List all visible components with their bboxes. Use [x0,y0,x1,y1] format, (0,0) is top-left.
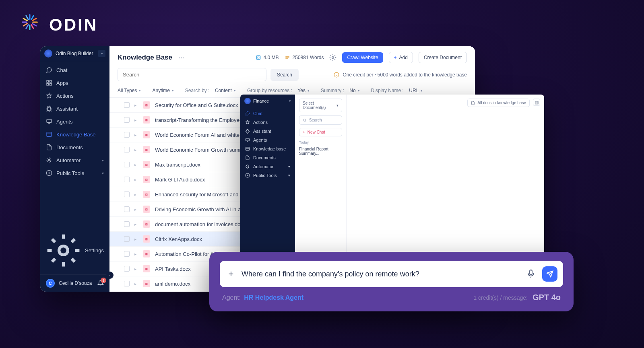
docx-icon: ⧈ [143,220,150,228]
chevron-down-icon[interactable]: ▾ [98,50,105,57]
send-icon [546,270,553,278]
document-name: aml demo.docx [155,281,190,287]
filter-summary[interactable]: Summary : No▾ [321,88,360,93]
chevron-down-icon[interactable]: ▾ [289,99,291,103]
docx-icon: ⧈ [143,280,150,287]
chat-sidebar-item-assistant[interactable]: Assistant [240,127,295,136]
expand-icon[interactable]: ▸ [134,118,136,122]
row-checkbox[interactable] [124,192,130,197]
row-checkbox[interactable] [124,117,130,123]
expand-icon[interactable]: ▸ [134,133,136,137]
send-button[interactable] [542,266,557,282]
documents-icon [245,155,250,160]
svg-rect-4 [47,119,52,123]
sidebar-item-actions[interactable]: Actions [40,89,109,102]
row-checkbox[interactable] [124,251,130,257]
row-checkbox[interactable] [124,177,130,182]
chat-sidebar-item-knowledge-base[interactable]: Knowledge base [240,144,295,153]
filter-anytime[interactable]: Anytime▾ [152,88,173,93]
chat-sidebar-item-automator[interactable]: Automator▾ [240,162,295,171]
svg-rect-3 [47,83,49,85]
document-name: transcript-Transforming the Employee Ex.… [155,117,254,123]
expand-icon[interactable]: ▸ [134,192,136,197]
agent-model[interactable]: GPT 4o [533,293,561,302]
chat-search-input[interactable]: Search [299,115,342,125]
expand-icon[interactable]: ▸ [134,207,136,212]
expand-icon[interactable]: ▸ [134,163,136,167]
mic-icon[interactable] [526,269,536,279]
sidebar-item-settings[interactable]: Settings [46,230,104,271]
docx-icon: ⧈ [143,250,150,257]
chat-icon [245,111,250,116]
expand-icon[interactable]: ▸ [134,177,136,182]
workspace-switcher[interactable]: Odin Blog Builder ▾ [40,46,109,61]
document-name: Citrix XenApps.docx [155,236,202,242]
chevron-down-icon: ▾ [288,173,290,177]
row-checkbox[interactable] [124,236,130,242]
chat-sidebar-item-label: Automator [253,164,274,169]
sidebar-item-public-tools[interactable]: Public Tools▾ [40,167,109,179]
row-checkbox[interactable] [124,281,130,286]
search-input[interactable] [118,68,266,81]
chat-sidebar-item-chat[interactable]: Chat [240,109,295,118]
create-document-button[interactable]: Create Document [419,52,467,63]
expand-icon[interactable]: ▸ [134,252,136,256]
sidebar-item-chat[interactable]: Chat [40,64,109,76]
filter-types[interactable]: All Types▾ [118,88,141,93]
sidebar-item-assistant[interactable]: Assistant [40,102,109,115]
sidebar-item-label: Documents [56,144,83,150]
document-name: Security for Office and G Suite.docx [155,102,238,108]
expand-icon[interactable]: ▸ [134,267,136,271]
row-checkbox[interactable] [124,132,130,138]
document-name: Max transcript.docx [155,162,200,168]
filter-searchby[interactable]: Search by : Content▾ [185,88,236,93]
add-button[interactable]: +Add [389,52,413,63]
filter-groupby[interactable]: Group by resources : Yes▾ [247,88,310,93]
chat-history-item[interactable]: Financial Report Summary... [299,147,342,156]
odin-logo: ODIN [18,13,98,37]
row-checkbox[interactable] [124,102,130,108]
notification-badge: 1 [101,278,106,283]
agent-name[interactable]: HR Helpdesk Agent [244,294,303,301]
expand-icon[interactable]: ▸ [134,222,136,227]
agents-icon [245,138,250,142]
sidebar-nav: ChatAppsActionsAssistantAgentsKnowledge … [40,61,109,227]
kb-docs-pill[interactable]: All docs in knowledge base [467,99,530,107]
filter-display[interactable]: Display Name : URL▾ [371,88,423,93]
crawl-website-button[interactable]: Crawl Website [342,52,383,63]
attach-button[interactable]: + [227,270,235,278]
chat-sidebar-item-agents[interactable]: Agents [240,136,295,144]
settings-icon[interactable] [329,54,336,61]
expand-icon[interactable]: ▸ [134,148,136,152]
row-checkbox[interactable] [124,147,130,152]
expand-icon[interactable]: ▸ [134,237,136,241]
docx-icon: ⧈ [143,101,150,109]
select-documents-dropdown[interactable]: Select Document(s)▾ [299,99,342,112]
agent-prompt-bar: + Agent: HR Helpdesk Agent 1 credit(s) /… [209,252,574,311]
row-checkbox[interactable] [124,221,130,227]
sidebar-item-documents[interactable]: Documents [40,141,109,154]
panel-toggle-icon[interactable]: ▥ [533,99,540,106]
sidebar-item-apps[interactable]: Apps [40,76,109,89]
sidebar-item-automator[interactable]: Automator▾ [40,154,109,167]
search-button[interactable]: Search [270,69,299,81]
chat-sidebar-item-public-tools[interactable]: Public Tools▾ [240,171,295,180]
expand-icon[interactable]: ▸ [134,103,136,107]
row-checkbox[interactable] [124,266,130,272]
notifications-button[interactable]: 1 [97,280,104,286]
svg-rect-0 [47,80,49,82]
sidebar-item-knowledge-base[interactable]: Knowledge Base [40,128,109,141]
chat-workspace-switcher[interactable]: Finance ▾ [240,95,295,107]
title-more-button[interactable]: ⋯ [177,53,186,62]
row-checkbox[interactable] [124,162,130,167]
chat-sidebar-item-label: Knowledge base [253,146,286,151]
chat-sidebar-item-documents[interactable]: Documents [240,153,295,162]
row-checkbox[interactable] [124,206,130,212]
new-chat-button[interactable]: +New Chat [299,128,342,136]
sidebar-item-agents[interactable]: Agents [40,115,109,128]
user-profile[interactable]: C Cecilia D'souza 1 [40,274,109,292]
sidebar-collapse-button[interactable]: ‹ [106,272,114,279]
chat-sidebar-item-actions[interactable]: Actions [240,118,295,127]
expand-icon[interactable]: ▸ [134,282,136,286]
agent-prompt-input[interactable] [242,270,520,278]
